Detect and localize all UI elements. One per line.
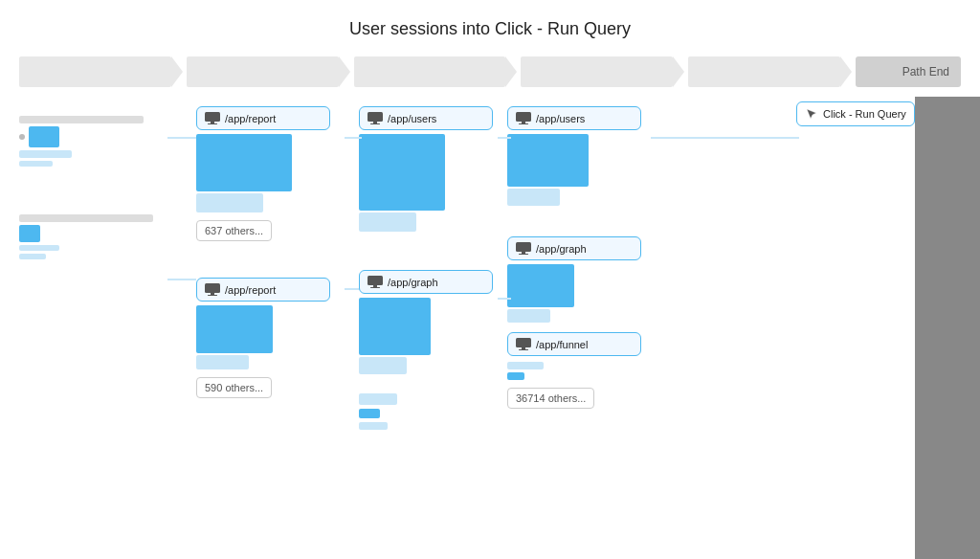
- svg-rect-15: [516, 242, 531, 252]
- others-2[interactable]: 590 others...: [196, 377, 272, 398]
- node-graph-2[interactable]: /app/graph: [507, 236, 641, 260]
- monitor-icon-5: [516, 112, 531, 124]
- col2-bar-light-1: [196, 193, 263, 212]
- step-header-2: [187, 56, 339, 87]
- svg-rect-17: [519, 254, 528, 255]
- bar-blue-2: [19, 225, 40, 242]
- node-label-click-run-query: Click - Run Query: [823, 108, 906, 120]
- col4-bar-blue-2: [507, 264, 574, 307]
- col3-bar-small-1: [359, 393, 397, 405]
- bar-blue-1: [29, 126, 59, 147]
- step-header-4: [521, 56, 673, 87]
- monitor-icon-6: [516, 242, 531, 255]
- col4-bar-small-2: [507, 372, 524, 380]
- svg-rect-2: [208, 123, 217, 124]
- step-header-3: [354, 56, 506, 87]
- connector-3-4-top: [498, 137, 511, 139]
- svg-rect-12: [516, 112, 531, 122]
- col2-bar-light-2: [196, 355, 249, 369]
- svg-rect-0: [205, 112, 220, 122]
- others-1[interactable]: 637 others...: [196, 220, 272, 241]
- svg-rect-18: [516, 338, 531, 347]
- monitor-icon-7: [516, 338, 531, 350]
- monitor-icon-3: [368, 112, 383, 124]
- svg-rect-5: [208, 295, 217, 296]
- node-label-graph-2: /app/graph: [536, 243, 587, 255]
- main-container: User sessions into Click - Run Query Pat…: [0, 0, 980, 559]
- node-click-run-query[interactable]: Click - Run Query: [796, 101, 915, 126]
- node-report-1[interactable]: /app/report: [196, 106, 330, 130]
- svg-rect-6: [368, 112, 383, 122]
- node-label-graph-1: /app/graph: [388, 277, 438, 288]
- page-title: User sessions into Click - Run Query: [0, 19, 980, 39]
- monitor-icon-2: [205, 283, 220, 296]
- svg-rect-16: [522, 252, 525, 254]
- col3-bar-light-2: [359, 357, 407, 374]
- svg-rect-19: [522, 347, 525, 349]
- svg-rect-4: [211, 293, 214, 295]
- path-end-header-label: Path End: [895, 56, 953, 87]
- bar-gray-2: [19, 214, 153, 222]
- bar-light-1: [19, 150, 72, 158]
- col4-bar-light-2: [507, 309, 550, 323]
- col3-bar-small-2: [359, 409, 380, 418]
- path-end-bar: [915, 97, 980, 559]
- funnel-header: Path End: [0, 56, 980, 87]
- col3-bar-small-3: [359, 422, 388, 430]
- connector-1-2-top: [167, 137, 196, 139]
- col3-bar-blue-2: [359, 298, 431, 355]
- col2-bar-blue-1: [196, 134, 292, 191]
- col3-bar-light-1: [359, 212, 416, 232]
- step-header-5: [688, 56, 840, 87]
- others-36714[interactable]: 36714 others...: [507, 388, 594, 409]
- col2-bar-blue-2: [196, 305, 273, 353]
- node-report-2[interactable]: /app/report: [196, 278, 330, 302]
- connector-3-4-bot: [498, 298, 511, 300]
- step-header-1: [19, 56, 171, 87]
- col4-bar-blue-1: [507, 134, 589, 187]
- connector-1-2-bot: [167, 279, 196, 280]
- col3: /app/users /app/g: [359, 106, 498, 430]
- monitor-icon-1: [205, 112, 220, 124]
- bar-light-2: [19, 161, 53, 167]
- node-label-report-1: /app/report: [225, 113, 276, 124]
- monitor-icon-4: [368, 276, 383, 288]
- cursor-icon: [805, 107, 818, 121]
- svg-rect-13: [522, 122, 525, 123]
- svg-rect-3: [205, 283, 220, 293]
- svg-rect-10: [373, 285, 377, 287]
- node-users-1[interactable]: /app/users: [359, 106, 493, 130]
- click-run-query-container: Click - Run Query: [796, 101, 915, 130]
- node-label-users-2: /app/users: [536, 113, 585, 124]
- bar-gray-1: [19, 116, 144, 123]
- node-users-2[interactable]: /app/users: [507, 106, 641, 130]
- connector-4-5: [651, 137, 799, 139]
- col1: [19, 116, 191, 259]
- svg-rect-1: [211, 122, 214, 123]
- node-label-report-2: /app/report: [225, 284, 276, 296]
- bar-light-4: [19, 254, 46, 259]
- svg-rect-14: [519, 123, 528, 124]
- connector-2-3-top: [345, 137, 362, 139]
- svg-rect-7: [373, 122, 377, 123]
- col4-bar-light-1: [507, 189, 560, 206]
- node-graph-1[interactable]: /app/graph: [359, 270, 493, 294]
- node-funnel[interactable]: /app/funnel: [507, 332, 641, 356]
- col4-bar-small-1: [507, 362, 544, 369]
- svg-rect-20: [519, 349, 528, 350]
- col4: /app/users: [507, 106, 651, 416]
- dot-1: [19, 134, 25, 140]
- svg-rect-9: [368, 276, 383, 285]
- bar-light-3: [19, 245, 59, 251]
- node-label-funnel: /app/funnel: [536, 339, 588, 350]
- col3-bar-blue-1: [359, 134, 445, 211]
- col2: /app/report 637 others...: [196, 106, 349, 406]
- node-label-users-1: /app/users: [388, 113, 436, 124]
- svg-rect-8: [370, 123, 380, 124]
- svg-rect-11: [370, 287, 380, 288]
